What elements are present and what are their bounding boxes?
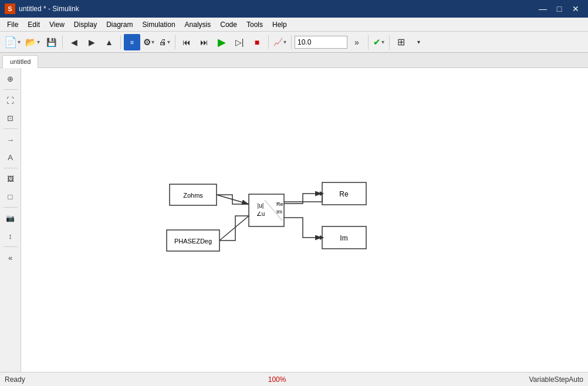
close-button[interactable]: ✕: [568, 3, 583, 15]
undo-button[interactable]: ◀: [66, 34, 82, 50]
stop-button[interactable]: ■: [249, 34, 265, 50]
polar-label2: ∠u: [256, 211, 265, 217]
menu-simulation[interactable]: Simulation: [138, 19, 180, 30]
open-button[interactable]: 📂 ▾: [23, 34, 42, 50]
block-phasez-label: PHASEZDeg: [174, 238, 212, 245]
polar-re-label: Re: [276, 201, 283, 207]
menu-analysis[interactable]: Analysis: [180, 19, 216, 30]
menu-file[interactable]: File: [2, 19, 23, 30]
subsystem-button[interactable]: □: [2, 188, 19, 205]
print-button[interactable]: 🖨 ▾: [157, 34, 172, 50]
menu-bar: File Edit View Display Diagram Simulatio…: [0, 18, 588, 32]
left-toolbar: ⊕ ⛶ ⊡ → A 🖼 □ 📷 ↕ «: [0, 68, 21, 372]
step-button[interactable]: ▷|: [231, 34, 248, 50]
status-zoom: 100%: [268, 375, 286, 384]
apps-arrow[interactable]: ▾: [410, 34, 427, 50]
tab-bar: untitled: [0, 53, 588, 68]
menu-display[interactable]: Display: [69, 19, 102, 30]
wire-im-line: [284, 218, 322, 238]
wire-phasez-polar: [219, 216, 249, 241]
polar-label1: |u|: [258, 202, 264, 209]
step-back-button[interactable]: ⏮: [178, 34, 195, 50]
status-solver: VariableStepAuto: [529, 375, 583, 384]
diagnostic-button[interactable]: ✔ ▾: [371, 34, 386, 50]
title-bar: S untitled * - Simulink — □ ✕: [0, 0, 588, 18]
main-area: ⊕ ⛶ ⊡ → A 🖼 □ 📷 ↕ « Zohms PHASEZDeg |u| …: [0, 68, 588, 372]
menu-code[interactable]: Code: [215, 19, 242, 30]
library-button[interactable]: ≡: [124, 34, 140, 50]
redo-button[interactable]: ▶: [83, 34, 100, 50]
step-forward-button[interactable]: ⏭: [196, 34, 212, 50]
canvas[interactable]: Zohms PHASEZDeg |u| ∠u Re Im Re Im: [21, 68, 588, 372]
toolbar: 📄 ▾ 📂 ▾ 💾 ◀ ▶ ▲ ≡ ⚙ ▾ 🖨 ▾ ⏮ ⏭ ▶ ▷| ■ 📈 ▾: [0, 32, 588, 53]
minimize-button[interactable]: —: [535, 3, 550, 15]
new-button[interactable]: 📄 ▾: [2, 34, 22, 50]
nav-collapse-button[interactable]: «: [2, 249, 19, 266]
status-bar: Ready 100% VariableStepAuto: [0, 372, 588, 386]
sim-time-more[interactable]: »: [349, 34, 365, 50]
add-zoom-button[interactable]: ⊕: [2, 70, 19, 87]
simulation-time-input[interactable]: [295, 36, 347, 49]
menu-edit[interactable]: Edit: [23, 19, 45, 30]
polar-im-label: Im: [276, 209, 282, 215]
tab-untitled[interactable]: untitled: [2, 55, 38, 68]
menu-tools[interactable]: Tools: [242, 19, 268, 30]
diagram-svg: Zohms PHASEZDeg |u| ∠u Re Im Re Im: [21, 68, 588, 372]
model-settings-button[interactable]: ⚙ ▾: [141, 34, 156, 50]
menu-help[interactable]: Help: [268, 19, 292, 30]
zoom-extent-button[interactable]: ⊡: [2, 110, 19, 126]
status-ready: Ready: [5, 375, 25, 384]
maximize-button[interactable]: □: [552, 3, 567, 15]
app-icon: S: [5, 4, 15, 14]
camera-button[interactable]: 📷: [2, 210, 19, 226]
zoom-fit-button[interactable]: ⛶: [2, 92, 19, 109]
text-button[interactable]: A: [2, 149, 19, 165]
menu-view[interactable]: View: [45, 19, 69, 30]
expand-button[interactable]: ↕: [2, 228, 19, 244]
save-button[interactable]: 💾: [43, 34, 59, 50]
block-zohms-label: Zohms: [183, 192, 203, 199]
run-button[interactable]: ▶: [214, 34, 230, 50]
scope-button[interactable]: 📈 ▾: [272, 34, 288, 50]
apps-button[interactable]: ⊞: [393, 34, 409, 50]
block-re-label: Re: [339, 190, 349, 198]
image-button[interactable]: 🖼: [2, 171, 19, 187]
block-im-label: Im: [340, 234, 347, 242]
window-title: untitled * - Simulink: [19, 5, 79, 13]
port-connect-button[interactable]: →: [2, 131, 19, 148]
up-button[interactable]: ▲: [101, 34, 117, 50]
menu-diagram[interactable]: Diagram: [102, 19, 137, 30]
